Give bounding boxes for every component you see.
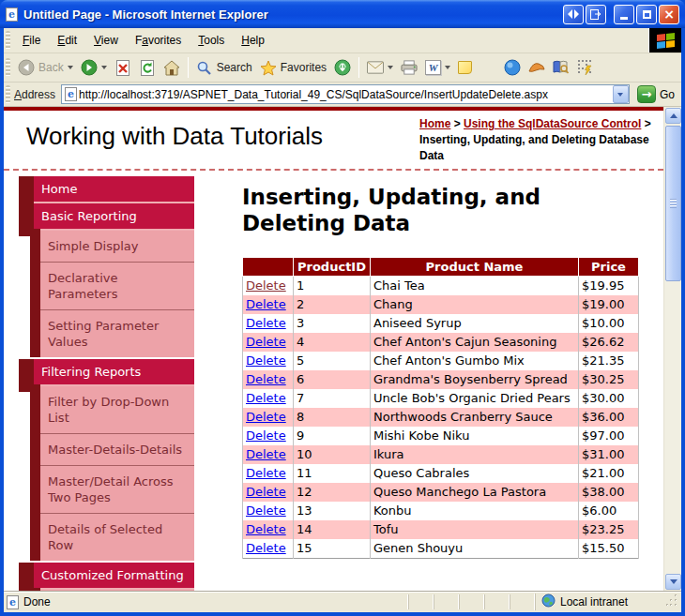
detach-window-button[interactable] (586, 5, 606, 24)
stop-button[interactable] (111, 57, 135, 78)
chevron-up-icon (670, 113, 677, 118)
breadcrumb-separator: > (450, 117, 464, 130)
delete-link[interactable]: Delete (246, 503, 286, 518)
title-bar[interactable]: Untitled Page - Microsoft Internet Explo… (0, 0, 685, 28)
table-row: Delete1Chai Tea$19.95 (243, 277, 639, 296)
links-grid-button[interactable] (573, 57, 598, 78)
delete-link[interactable]: Delete (246, 353, 286, 368)
go-button[interactable]: Go (634, 84, 677, 104)
sidebar-item-basic-reporting[interactable]: Basic Reporting (34, 203, 194, 231)
print-button[interactable] (397, 57, 421, 78)
back-dropdown-icon[interactable] (68, 66, 73, 69)
breadcrumb-link-using-the-sqldatasource-control[interactable]: Using the SqlDataSource Control (464, 117, 641, 130)
product-id-cell: 14 (294, 520, 371, 539)
back-button[interactable]: Back (14, 57, 77, 78)
word-icon (425, 60, 441, 75)
delete-link[interactable]: Delete (246, 391, 286, 405)
sidebar-subgroup: Format Colors (40, 590, 194, 591)
refresh-button[interactable] (135, 57, 160, 78)
messenger-globe-icon (504, 59, 521, 76)
address-label: Address (14, 88, 55, 101)
address-dropdown-button[interactable] (613, 85, 629, 103)
delete-link[interactable]: Delete (246, 428, 286, 443)
sidebar-subgroup: Filter by Drop-Down ListMaster-Details-D… (40, 386, 194, 561)
delete-link[interactable]: Delete (246, 278, 286, 293)
toolbar-grip-handle[interactable] (6, 31, 10, 50)
toolbar-grip-handle[interactable] (6, 85, 10, 104)
breadcrumb-link-home[interactable]: Home (419, 117, 450, 130)
price-cell: $19.95 (578, 277, 638, 296)
table-row: Delete13Konbu$6.00 (243, 502, 639, 520)
mail-dropdown-icon[interactable] (388, 66, 393, 69)
price-cell: $10.00 (578, 314, 638, 333)
table-row: Delete8Northwoods Cranberry Sauce$36.00 (243, 408, 639, 427)
sidebar-item-home[interactable]: Home (34, 176, 194, 203)
toolbar-grip-handle[interactable] (6, 58, 10, 77)
scrollbar-thumb[interactable] (665, 126, 681, 281)
scroll-up-button[interactable] (665, 108, 681, 124)
table-row: Delete3Aniseed Syrup$10.00 (243, 314, 639, 333)
window-title: Untitled Page - Microsoft Internet Explo… (23, 8, 563, 22)
delete-link[interactable]: Delete (246, 372, 286, 386)
delete-link[interactable]: Delete (246, 297, 286, 311)
menu-item-help[interactable]: Help (233, 34, 273, 47)
table-header-row: ProductIDProduct NamePrice (243, 258, 639, 277)
media-button[interactable] (330, 57, 355, 78)
research-button[interactable] (549, 57, 573, 78)
product-id-cell: 7 (294, 389, 371, 408)
page-columns: HomeBasic ReportingSimple DisplayDeclara… (4, 171, 663, 589)
product-id-cell: 12 (294, 483, 371, 502)
messenger-button[interactable] (500, 57, 525, 78)
delete-link[interactable]: Delete (246, 485, 286, 499)
delete-link[interactable]: Delete (246, 466, 286, 480)
table-row: Delete14Tofu$23.25 (243, 520, 639, 539)
delete-link[interactable]: Delete (246, 522, 286, 536)
delete-link[interactable]: Delete (246, 335, 286, 349)
menu-item-view[interactable]: View (85, 34, 127, 47)
sidebar-item-filtering-reports[interactable]: Filtering Reports (34, 359, 194, 386)
favorites-button[interactable]: Favorites (256, 57, 330, 78)
edit-dropdown-icon[interactable] (445, 66, 450, 69)
product-name-cell: Chang (370, 295, 578, 314)
sidebar-item-details-of-selected-row[interactable]: Details of Selected Row (40, 513, 194, 561)
minimize-icon (620, 17, 628, 20)
menu-item-tools[interactable]: Tools (190, 34, 233, 47)
sidebar-item-master-detail-across-two-pages[interactable]: Master/Detail Across Two Pages (40, 465, 194, 513)
delete-link[interactable]: Delete (246, 410, 286, 424)
scroll-down-button[interactable] (665, 574, 681, 590)
delete-link[interactable]: Delete (246, 541, 286, 555)
addon-orange-icon (528, 59, 545, 76)
forward-button[interactable] (77, 57, 111, 78)
menu-item-file[interactable]: File (14, 34, 49, 47)
forward-dropdown-icon[interactable] (101, 66, 107, 69)
delete-cell: Delete (243, 389, 294, 408)
sidebar-item-customized-formatting[interactable]: Customized Formatting (34, 563, 194, 590)
products-table: ProductIDProduct NamePriceDelete1Chai Te… (242, 257, 639, 559)
restore-arrows-button[interactable] (563, 5, 584, 24)
delete-link[interactable]: Delete (246, 316, 286, 330)
refresh-icon (139, 59, 156, 76)
sidebar-item-declarative-parameters[interactable]: Declarative Parameters (40, 262, 194, 309)
sidebar-nav: HomeBasic ReportingSimple DisplayDeclara… (19, 176, 194, 591)
close-button[interactable]: × (659, 5, 679, 24)
discuss-button[interactable] (454, 59, 476, 76)
sidebar-item-setting-parameter-values[interactable]: Setting Parameter Values (40, 309, 194, 357)
addon-orange-button[interactable] (525, 57, 549, 78)
sidebar-item-master-details-details[interactable]: Master-Details-Details (40, 433, 194, 465)
home-button[interactable] (160, 57, 184, 78)
delete-link[interactable]: Delete (246, 447, 286, 461)
sidebar-item-filter-by-drop-down-list[interactable]: Filter by Drop-Down List (40, 386, 194, 433)
maximize-button[interactable] (636, 5, 657, 24)
menu-item-favorites[interactable]: Favorites (127, 34, 190, 47)
menu-item-edit[interactable]: Edit (49, 34, 85, 47)
sidebar-item-simple-display[interactable]: Simple Display (40, 231, 194, 262)
address-input[interactable] (77, 86, 613, 102)
sidebar-item-format-colors[interactable]: Format Colors (40, 590, 194, 591)
resize-grip[interactable] (666, 594, 678, 609)
vertical-scrollbar[interactable] (663, 107, 681, 591)
maximize-icon (643, 10, 651, 19)
search-button[interactable]: Search (192, 57, 256, 78)
mail-button[interactable] (363, 57, 397, 78)
minimize-button[interactable] (614, 5, 634, 24)
edit-with-word-button[interactable] (421, 58, 454, 77)
